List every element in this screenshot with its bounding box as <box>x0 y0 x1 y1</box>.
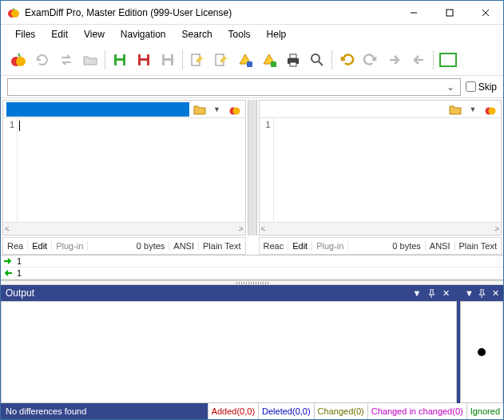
svg-rect-15 <box>165 54 171 58</box>
pin-icon[interactable] <box>425 287 438 299</box>
nav-rows: 1 1 <box>1 255 503 280</box>
thumbnail-body[interactable] <box>460 301 503 403</box>
close-button[interactable] <box>467 1 503 25</box>
save-both-icon[interactable] <box>157 49 179 71</box>
minimize-button[interactable] <box>395 1 431 25</box>
compare-mini-icon[interactable] <box>483 102 498 117</box>
edit-right-icon[interactable] <box>210 49 232 71</box>
right-editor-text[interactable] <box>274 118 502 222</box>
svg-rect-22 <box>290 54 296 58</box>
svg-rect-10 <box>117 61 123 65</box>
output-body[interactable] <box>1 301 457 403</box>
chevron-down-icon[interactable]: ⌄ <box>444 81 457 93</box>
compare-mini-icon[interactable] <box>228 102 242 117</box>
right-pane-title[interactable] <box>263 102 446 117</box>
next-diff-icon[interactable] <box>383 49 406 71</box>
folder-icon[interactable] <box>79 49 101 71</box>
print-icon[interactable] <box>282 49 304 71</box>
left-gutter: 1 <box>3 118 18 222</box>
window-layout-icon[interactable] <box>437 49 459 71</box>
menu-files[interactable]: Files <box>7 26 43 42</box>
swap-icon[interactable] <box>55 49 77 71</box>
svg-rect-9 <box>117 54 123 58</box>
status-bar: No differences found Added(0,0) Deleted(… <box>1 403 503 419</box>
app-icon <box>7 6 20 19</box>
status-message: No differences found <box>1 406 208 416</box>
status-bytes: 0 bytes <box>133 241 169 251</box>
status-type: Plain Text <box>199 241 245 251</box>
status-encoding: ANSI <box>426 241 455 251</box>
output-title: Output <box>6 287 409 299</box>
path-combo[interactable]: ⌄ <box>7 78 461 96</box>
save-diff-right-icon[interactable] <box>258 49 280 71</box>
menu-tools[interactable]: Tools <box>220 26 259 42</box>
pin-icon[interactable] <box>477 287 489 299</box>
svg-rect-23 <box>290 62 296 66</box>
left-pane-title[interactable] <box>6 102 189 117</box>
legend-changed: Changed(0) <box>314 403 367 419</box>
legend-deleted: Deleted(0,0) <box>258 403 314 419</box>
left-editor[interactable]: 1 <box>3 118 245 222</box>
panel-menu-icon[interactable]: ▼ <box>463 287 475 299</box>
redo-icon[interactable] <box>359 49 382 71</box>
prev-diff-icon[interactable] <box>407 49 430 71</box>
thumbnail-titlebar: ▼ ✕ <box>460 285 503 301</box>
output-titlebar: Output ▼ ✕ <box>1 285 457 301</box>
right-gutter: 1 <box>260 118 274 222</box>
right-pane-header: ▼ <box>260 101 502 118</box>
left-editor-text[interactable] <box>18 118 245 222</box>
nav-row[interactable]: 1 <box>1 256 503 267</box>
pane-status-row: Rea Edit Plug-in 0 bytes ANSI Plain Text… <box>1 237 503 255</box>
save-right-icon[interactable] <box>133 49 155 71</box>
diff-legend: Added(0,0) Deleted(0,0) Changed(0) Chang… <box>208 403 503 419</box>
chevron-down-icon[interactable]: ▼ <box>210 102 224 117</box>
refresh-icon[interactable] <box>31 49 54 71</box>
output-panel-area: Output ▼ ✕ ▼ ✕ <box>1 285 503 403</box>
right-scrollbar[interactable]: <> <box>260 222 502 235</box>
status-readonly: Reac <box>260 241 289 251</box>
menu-view[interactable]: View <box>76 26 113 42</box>
svg-point-7 <box>16 57 26 66</box>
chevron-down-icon[interactable]: ▼ <box>466 102 480 117</box>
right-editor[interactable]: 1 <box>260 118 502 222</box>
menu-edit[interactable]: Edit <box>43 26 76 42</box>
right-pane-status: Reac Edit Plug-in 0 bytes ANSI Plain Tex… <box>259 237 502 255</box>
svg-point-28 <box>232 107 240 114</box>
edit-left-icon[interactable] <box>186 49 208 71</box>
close-panel-icon[interactable]: ✕ <box>490 287 502 299</box>
nav-row-text: 1 <box>15 268 22 278</box>
menu-search[interactable]: Search <box>174 26 220 42</box>
save-left-icon[interactable] <box>109 49 131 71</box>
status-edit: Edit <box>28 241 52 251</box>
legend-changed-in-changed: Changed in changed(0) <box>367 403 466 419</box>
svg-rect-13 <box>141 61 147 65</box>
svg-line-25 <box>319 61 323 65</box>
nav-row-text: 1 <box>15 256 22 266</box>
skip-checkbox[interactable]: Skip <box>466 81 497 93</box>
output-panel: Output ▼ ✕ <box>1 285 460 403</box>
status-encoding: ANSI <box>169 241 199 251</box>
skip-label: Skip <box>478 81 497 93</box>
compare-area: ▼ 1 <> ▼ 1 <> <box>1 98 503 237</box>
window-title: ExamDiff Pro, Master Edition (999-User L… <box>25 7 395 18</box>
skip-checkbox-input[interactable] <box>466 81 476 92</box>
svg-rect-16 <box>165 61 171 65</box>
open-folder-icon[interactable] <box>192 102 207 117</box>
nav-row[interactable]: 1 <box>1 267 503 279</box>
undo-icon[interactable] <box>335 49 358 71</box>
svg-point-1 <box>11 10 19 18</box>
panel-menu-icon[interactable]: ▼ <box>411 287 423 299</box>
arrow-right-icon <box>1 257 15 265</box>
open-folder-icon[interactable] <box>448 102 462 117</box>
svg-rect-26 <box>440 53 456 66</box>
save-diff-left-icon[interactable] <box>234 49 256 71</box>
left-scrollbar[interactable]: <> <box>3 222 245 235</box>
close-panel-icon[interactable]: ✕ <box>439 287 452 299</box>
menu-navigation[interactable]: Navigation <box>113 26 174 42</box>
menu-help[interactable]: Help <box>259 26 295 42</box>
compare-icon[interactable] <box>7 49 30 71</box>
vertical-splitter[interactable] <box>248 100 257 236</box>
zoom-icon[interactable] <box>306 49 328 71</box>
maximize-button[interactable] <box>431 1 467 25</box>
pathbar: ⌄ Skip <box>1 76 503 98</box>
